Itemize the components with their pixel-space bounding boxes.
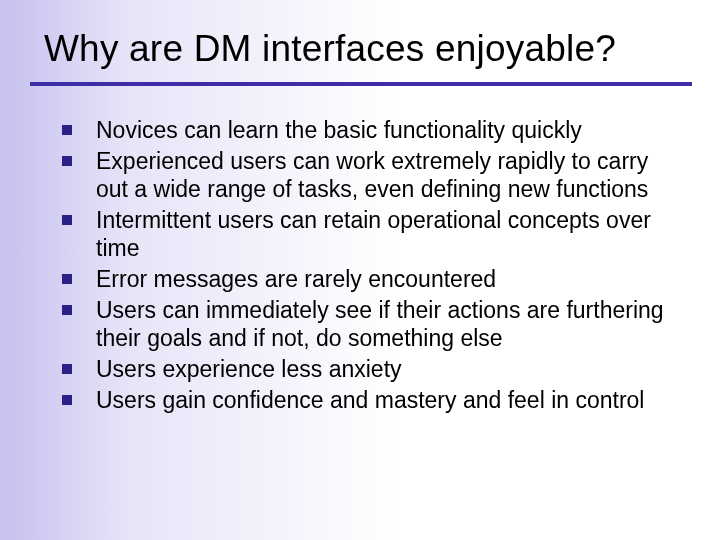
list-item: Error messages are rarely encountered [62, 265, 672, 293]
bullet-text: Intermittent users can retain operationa… [96, 207, 651, 261]
bullet-text: Experienced users can work extremely rap… [96, 148, 648, 202]
list-item: Intermittent users can retain operationa… [62, 206, 672, 262]
slide-title: Why are DM interfaces enjoyable? [0, 0, 720, 82]
list-item: Users experience less anxiety [62, 355, 672, 383]
square-bullet-icon [62, 274, 72, 284]
slide-body: Novices can learn the basic functionalit… [0, 86, 720, 414]
slide: Why are DM interfaces enjoyable? Novices… [0, 0, 720, 540]
square-bullet-icon [62, 215, 72, 225]
list-item: Experienced users can work extremely rap… [62, 147, 672, 203]
bullet-text: Users gain confidence and mastery and fe… [96, 387, 644, 413]
square-bullet-icon [62, 156, 72, 166]
bullet-text: Error messages are rarely encountered [96, 266, 496, 292]
list-item: Novices can learn the basic functionalit… [62, 116, 672, 144]
square-bullet-icon [62, 364, 72, 374]
bullet-text: Users experience less anxiety [96, 356, 402, 382]
list-item: Users gain confidence and mastery and fe… [62, 386, 672, 414]
bullet-text: Users can immediately see if their actio… [96, 297, 664, 351]
square-bullet-icon [62, 305, 72, 315]
square-bullet-icon [62, 125, 72, 135]
bullet-list: Novices can learn the basic functionalit… [62, 116, 672, 414]
square-bullet-icon [62, 395, 72, 405]
bullet-text: Novices can learn the basic functionalit… [96, 117, 582, 143]
list-item: Users can immediately see if their actio… [62, 296, 672, 352]
